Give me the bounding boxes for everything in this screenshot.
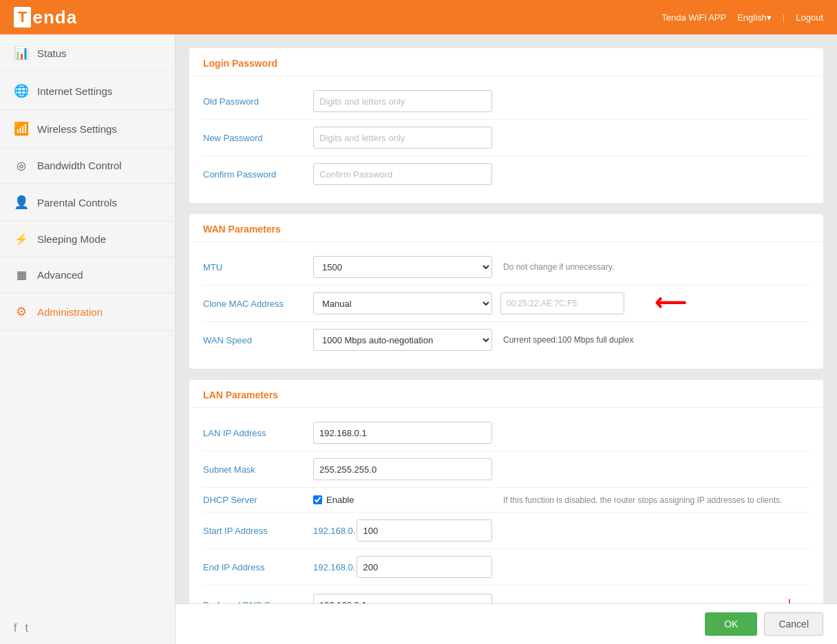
confirm-password-label: Confirm Password bbox=[203, 169, 313, 180]
sidebar-item-bandwidth-control[interactable]: ◎ Bandwidth Control bbox=[0, 148, 175, 184]
new-password-input[interactable] bbox=[313, 127, 492, 149]
lan-parameters-section: LAN Parameters LAN IP Address Subnet Mas… bbox=[189, 380, 823, 603]
arrow-down: ↓ bbox=[783, 592, 796, 603]
advanced-icon: ▦ bbox=[14, 268, 29, 281]
administration-icon: ⚙ bbox=[14, 304, 29, 319]
logo-t: T bbox=[14, 7, 31, 28]
dhcp-hint: If this function is disabled, the router… bbox=[503, 495, 809, 505]
end-ip-label: End IP Address bbox=[203, 562, 313, 572]
start-ip-control: 192.168.0. bbox=[313, 519, 492, 541]
sidebar-nav: 📊 Status 🌐 Internet Settings 📶 Wireless … bbox=[0, 34, 175, 612]
sidebar-item-status[interactable]: 📊 Status bbox=[0, 34, 175, 72]
main-layout: 📊 Status 🌐 Internet Settings 📶 Wireless … bbox=[0, 34, 837, 644]
login-password-body: Old Password New Password Confirm Passwo… bbox=[189, 76, 823, 203]
wan-speed-row: WAN Speed 1000 Mbps auto-negotiation 100… bbox=[203, 322, 809, 358]
sidebar-label-wireless: Wireless Settings bbox=[37, 123, 117, 135]
sidebar-item-internet-settings[interactable]: 🌐 Internet Settings bbox=[0, 72, 175, 110]
preferred-dns-row: Preferred DNS Server ↓ bbox=[203, 586, 809, 603]
logout-button[interactable]: Logout bbox=[796, 12, 823, 23]
sidebar-item-wireless-settings[interactable]: 📶 Wireless Settings bbox=[0, 110, 175, 148]
logo-rest: enda bbox=[32, 7, 77, 28]
sidebar-label-administration: Administration bbox=[37, 306, 103, 318]
preferred-dns-control bbox=[313, 594, 492, 603]
dhcp-server-label: DHCP Server bbox=[203, 495, 313, 505]
social-twitter[interactable]: t bbox=[25, 622, 28, 634]
start-ip-label: Start IP Address bbox=[203, 526, 313, 536]
end-ip-row: End IP Address 192.168.0. bbox=[203, 549, 809, 586]
end-ip-suffix-input[interactable] bbox=[357, 556, 492, 578]
sidebar-item-parental-controls[interactable]: 👤 Parental Controls bbox=[0, 184, 175, 222]
clone-mac-select[interactable]: Manual Clone Local Host MAC bbox=[313, 292, 492, 314]
confirm-password-row: Confirm Password bbox=[203, 156, 809, 192]
wan-speed-hint: Current speed:100 Mbps full duplex bbox=[503, 335, 809, 345]
main-scroll: Login Password Old Password New Password bbox=[176, 34, 837, 603]
start-ip-suffix-input[interactable] bbox=[357, 519, 492, 541]
ok-button[interactable]: OK bbox=[705, 612, 757, 636]
mtu-hint: Do not change if unnecessary. bbox=[503, 262, 809, 272]
internet-icon: 🌐 bbox=[14, 83, 29, 98]
sidebar-label-advanced: Advanced bbox=[37, 269, 83, 281]
mtu-label: MTU bbox=[203, 262, 313, 272]
header-right: Tenda WiFi APP English▾ | Logout bbox=[661, 12, 823, 23]
sidebar-label-status: Status bbox=[37, 47, 67, 59]
wifi-app-label: Tenda WiFi APP bbox=[661, 12, 726, 23]
new-password-row: New Password bbox=[203, 120, 809, 156]
dhcp-checkbox[interactable] bbox=[313, 495, 322, 504]
clone-mac-row: Clone MAC Address Manual Clone Local Hos… bbox=[203, 286, 809, 322]
sidebar-item-sleeping-mode[interactable]: ⚡ Sleeping Mode bbox=[0, 222, 175, 257]
clone-mac-input[interactable] bbox=[500, 292, 624, 314]
social-facebook[interactable]: f bbox=[14, 622, 17, 634]
dhcp-enable-label: Enable bbox=[326, 495, 354, 505]
wan-speed-select[interactable]: 1000 Mbps auto-negotiation 100 Mbps full… bbox=[313, 329, 492, 351]
lan-ip-control bbox=[313, 422, 492, 444]
clone-mac-extra: ⟵ bbox=[500, 292, 624, 314]
mtu-row: MTU 1500 1492 1480 1450 1400 Do not chan… bbox=[203, 249, 809, 286]
status-icon: 📊 bbox=[14, 45, 29, 61]
sleeping-icon: ⚡ bbox=[14, 233, 29, 246]
wan-parameters-body: MTU 1500 1492 1480 1450 1400 Do not chan… bbox=[189, 242, 823, 369]
lan-ip-label: LAN IP Address bbox=[203, 428, 313, 438]
wan-speed-control: 1000 Mbps auto-negotiation 100 Mbps full… bbox=[313, 329, 492, 351]
sidebar-label-sleeping: Sleeping Mode bbox=[37, 233, 106, 245]
wan-speed-label: WAN Speed bbox=[203, 335, 313, 345]
subnet-mask-label: Subnet Mask bbox=[203, 464, 313, 475]
dhcp-checkbox-row: Enable bbox=[313, 495, 492, 505]
clone-mac-control: Manual Clone Local Host MAC bbox=[313, 292, 492, 314]
header-divider: | bbox=[783, 12, 785, 23]
sidebar-item-advanced[interactable]: ▦ Advanced bbox=[0, 257, 175, 293]
subnet-mask-input[interactable] bbox=[313, 458, 492, 480]
start-ip-row: Start IP Address 192.168.0. bbox=[203, 513, 809, 549]
sidebar-label-internet: Internet Settings bbox=[37, 85, 112, 97]
lan-parameters-body: LAN IP Address Subnet Mask DHCP Server bbox=[189, 408, 823, 603]
lan-ip-row: LAN IP Address bbox=[203, 415, 809, 451]
lan-ip-input[interactable] bbox=[313, 422, 492, 444]
sidebar-label-bandwidth: Bandwidth Control bbox=[37, 160, 122, 171]
new-password-control bbox=[313, 127, 492, 149]
logo: T enda bbox=[14, 7, 77, 28]
old-password-label: Old Password bbox=[203, 96, 313, 107]
old-password-row: Old Password bbox=[203, 83, 809, 120]
cancel-button[interactable]: Cancel bbox=[764, 612, 823, 636]
start-ip-prefix: 192.168.0. bbox=[313, 526, 355, 536]
footer: OK Cancel bbox=[176, 603, 837, 644]
wan-parameters-title: WAN Parameters bbox=[189, 214, 823, 242]
sidebar-item-administration[interactable]: ⚙ Administration ⟵ bbox=[0, 293, 175, 331]
mtu-select[interactable]: 1500 1492 1480 1450 1400 bbox=[313, 256, 492, 278]
parental-icon: 👤 bbox=[14, 195, 29, 210]
preferred-dns-input[interactable] bbox=[313, 594, 492, 603]
old-password-input[interactable] bbox=[313, 90, 492, 112]
subnet-mask-control bbox=[313, 458, 492, 480]
login-password-title: Login Password bbox=[189, 48, 823, 76]
sidebar-footer: f t bbox=[0, 612, 175, 644]
bandwidth-icon: ◎ bbox=[14, 159, 29, 172]
confirm-password-input[interactable] bbox=[313, 163, 492, 185]
dhcp-server-row: DHCP Server Enable If this function is d… bbox=[203, 488, 809, 513]
language-selector[interactable]: English▾ bbox=[737, 12, 772, 23]
login-password-section: Login Password Old Password New Password bbox=[189, 48, 823, 203]
content-wrapper: Login Password Old Password New Password bbox=[176, 34, 837, 644]
arrow-mac: ⟵ bbox=[655, 290, 686, 316]
mtu-control: 1500 1492 1480 1450 1400 bbox=[313, 256, 492, 278]
sidebar: 📊 Status 🌐 Internet Settings 📶 Wireless … bbox=[0, 34, 176, 644]
old-password-control bbox=[313, 90, 492, 112]
wan-parameters-section: WAN Parameters MTU 1500 1492 1480 1450 1… bbox=[189, 214, 823, 369]
